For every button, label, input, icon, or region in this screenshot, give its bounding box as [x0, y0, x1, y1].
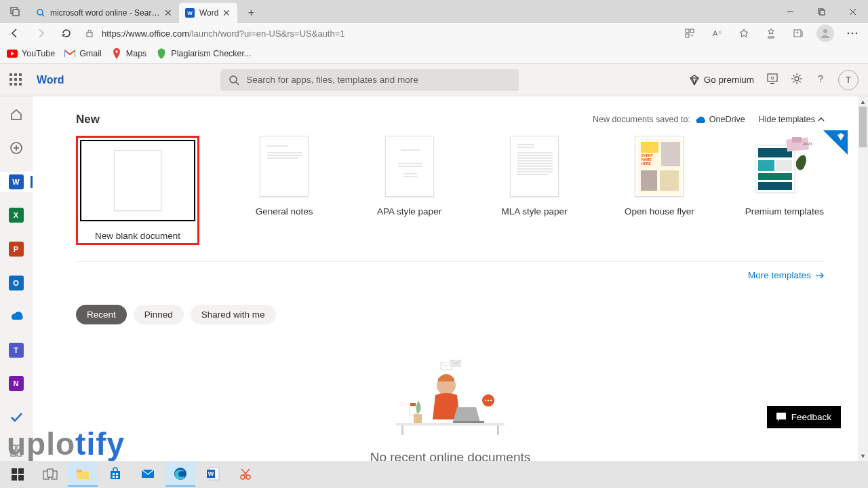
back-button[interactable] — [4, 23, 26, 43]
site-info-button[interactable] — [81, 29, 98, 38]
tab-actions-button[interactable] — [0, 0, 30, 23]
close-window-button[interactable] — [837, 0, 868, 23]
bookmark-gmail[interactable]: Gmail — [64, 48, 102, 59]
rail-powerpoint[interactable]: P — [0, 239, 33, 259]
svg-rect-83 — [641, 142, 658, 153]
rail-onenote[interactable]: N — [0, 373, 33, 394]
tab-recent[interactable]: Recent — [76, 305, 127, 324]
rail-todo[interactable] — [0, 407, 33, 428]
rail-excel[interactable]: X — [0, 206, 33, 226]
excel-icon: X — [9, 208, 24, 223]
template-blank-document[interactable]: New blank document — [76, 136, 199, 245]
help-button[interactable]: ? — [815, 73, 826, 88]
taskbar-snip[interactable] — [231, 462, 260, 487]
svg-text:2020: 2020 — [803, 142, 812, 146]
extensions-button[interactable]: + — [678, 23, 701, 43]
feedback-button[interactable]: Feedback — [767, 406, 841, 428]
svg-point-44 — [771, 77, 774, 79]
template-premium[interactable]: 2020 Premium templates — [745, 136, 825, 245]
start-button[interactable] — [3, 462, 33, 487]
menu-button[interactable] — [841, 23, 864, 43]
rail-outlook[interactable]: O — [0, 273, 33, 293]
taskbar: W — [0, 461, 868, 488]
tab-close-button[interactable]: ✕ — [221, 7, 232, 18]
browser-tab-search[interactable]: microsoft word online - Search ✕ — [30, 3, 179, 23]
browser-tab-word[interactable]: W Word ✕ — [179, 3, 237, 23]
taskbar-mail[interactable] — [133, 462, 163, 487]
taskbar-store[interactable] — [100, 462, 130, 487]
account-button[interactable]: T — [838, 70, 859, 90]
svg-point-21 — [823, 29, 827, 33]
tab-title: Word — [199, 8, 218, 18]
onedrive-icon — [9, 311, 24, 322]
collections-button[interactable]: + — [787, 23, 810, 43]
bookmark-maps[interactable]: Maps — [111, 48, 147, 59]
rail-teams[interactable]: T — [0, 340, 33, 360]
bookmark-plagiarism[interactable]: Plagiarism Checker... — [156, 48, 251, 59]
tab-pinned[interactable]: Pinned — [134, 305, 184, 324]
svg-rect-101 — [401, 426, 403, 435]
svg-text:+: + — [690, 33, 694, 39]
svg-rect-126 — [116, 473, 118, 475]
template-apa-paper[interactable]: APA style paper — [369, 136, 449, 245]
left-rail: W X P O T N — [0, 96, 33, 461]
app-name[interactable]: Word — [37, 74, 64, 86]
scrollbar[interactable]: ▲ ▼ — [858, 96, 868, 461]
svg-point-2 — [37, 10, 43, 15]
svg-rect-104 — [453, 421, 484, 423]
favorites-button[interactable] — [732, 23, 755, 43]
rail-word[interactable]: W — [0, 172, 33, 192]
svg-rect-9 — [87, 33, 92, 37]
taskbar-word[interactable]: W — [198, 462, 228, 487]
bookmarks-bar: YouTube Gmail Maps Plagiarism Checker... — [0, 43, 868, 64]
template-general-notes[interactable]: General notes — [244, 136, 324, 245]
empty-state-text: No recent online documents — [76, 450, 825, 461]
scroll-up-button[interactable]: ▲ — [858, 96, 868, 107]
task-view-button[interactable] — [35, 462, 65, 487]
go-premium-button[interactable]: Go premium — [689, 75, 754, 86]
svg-rect-35 — [14, 83, 17, 86]
rail-create[interactable] — [0, 138, 33, 159]
tab-close-button[interactable]: ✕ — [163, 7, 174, 18]
app-launcher-button[interactable] — [9, 73, 23, 87]
svg-point-134 — [241, 475, 245, 479]
new-tab-button[interactable]: + — [241, 3, 260, 22]
refresh-button[interactable] — [56, 23, 77, 43]
templates-row: New blank document General notes APA sty… — [76, 136, 825, 262]
tab-shared[interactable]: Shared with me — [191, 305, 276, 324]
more-templates-link[interactable]: More templates — [76, 270, 825, 280]
svg-line-53 — [800, 75, 801, 76]
onedrive-icon — [694, 115, 705, 124]
settings-button[interactable] — [791, 73, 803, 88]
taskbar-file-explorer[interactable] — [68, 462, 98, 487]
search-input[interactable]: Search for apps, files, templates and mo… — [220, 69, 519, 91]
address-bar[interactable]: https://www.office.com/launch/word?ui=en… — [102, 29, 674, 39]
svg-rect-124 — [111, 471, 120, 479]
minimize-button[interactable] — [774, 0, 806, 23]
taskbar-edge[interactable] — [165, 462, 195, 487]
hide-templates-button[interactable]: Hide templates — [759, 115, 825, 124]
maximize-button[interactable] — [806, 0, 837, 23]
svg-rect-116 — [18, 468, 24, 474]
favorites-list-button[interactable] — [760, 23, 783, 43]
svg-rect-106 — [410, 403, 416, 406]
svg-rect-115 — [12, 468, 17, 474]
read-aloud-button[interactable]: A)) — [705, 23, 728, 43]
scroll-thumb[interactable] — [859, 107, 867, 147]
template-mla-paper[interactable]: MLA style paper — [494, 136, 574, 245]
install-app-button[interactable] — [766, 73, 778, 88]
svg-rect-91 — [758, 148, 792, 157]
scroll-down-button[interactable]: ▼ — [858, 451, 868, 461]
svg-rect-31 — [9, 78, 12, 81]
rail-home[interactable] — [0, 105, 33, 125]
office-header: Word Search for apps, files, templates a… — [0, 64, 868, 96]
forward-button[interactable] — [30, 23, 52, 43]
rail-onedrive[interactable] — [0, 306, 33, 326]
bookmark-youtube[interactable]: YouTube — [7, 48, 55, 59]
svg-point-37 — [230, 76, 237, 83]
svg-text:)): )) — [719, 30, 722, 34]
template-open-house[interactable]: EVENTNAMEHERE Open house flyer — [619, 136, 699, 245]
bing-icon — [35, 7, 46, 18]
saved-location-link[interactable]: OneDrive — [709, 115, 745, 124]
profile-button[interactable] — [816, 24, 834, 42]
